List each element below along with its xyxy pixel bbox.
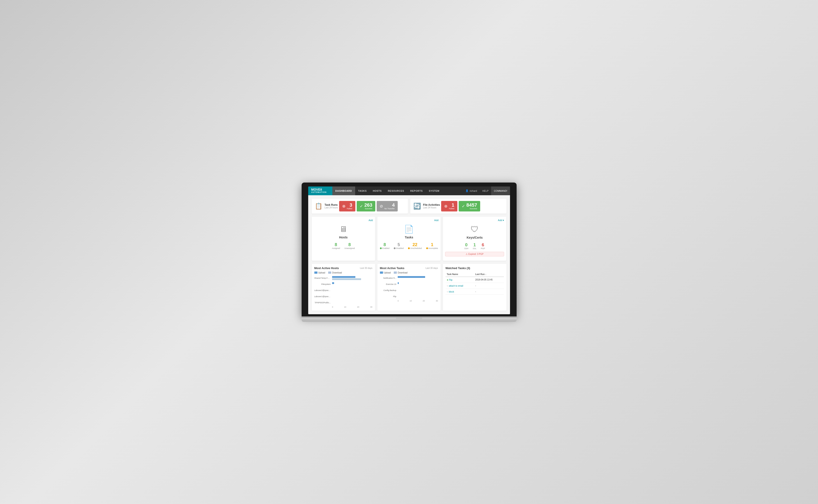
watched-task-cell: ● Flip xyxy=(445,277,474,283)
screen-inner: MOVEit AUTOMATION DASHBOARD TASKS HOSTS … xyxy=(308,186,510,314)
laptop-screen: MOVEit AUTOMATION DASHBOARD TASKS HOSTS … xyxy=(302,183,517,316)
tasks-x-axis: 0 10 20 30 xyxy=(380,300,438,302)
pgp-stat: 6 PGP xyxy=(481,242,485,250)
keys-title: Keys/Certs xyxy=(467,236,483,239)
username: richard xyxy=(470,190,477,192)
bar-row: Flip xyxy=(380,295,438,298)
col-task-name[interactable]: Task Name xyxy=(445,272,474,277)
success-icon: ✓ xyxy=(360,204,363,209)
nav-resources[interactable]: RESOURCES xyxy=(385,186,407,195)
tasks-disabled-lbl: Disabled xyxy=(394,247,404,249)
task-runs-success[interactable]: ✓ 263 Success xyxy=(357,201,376,211)
tasks-widget-body: 📄 Tasks 8 Enabled 5 Disabled xyxy=(380,222,438,252)
tasks-upload-legend-label: Upload xyxy=(384,272,391,274)
task-name-attach[interactable]: attach to email xyxy=(449,285,463,287)
bar-bars xyxy=(332,276,373,280)
upload-bar xyxy=(398,282,399,284)
bar-row: Exercise 10 xyxy=(380,282,438,286)
bar-label: Labuser1@ipswit... xyxy=(314,295,331,298)
nav-right: 👤 richard HELP COMMAND! xyxy=(463,186,510,195)
task-name-flip[interactable]: Flip xyxy=(449,279,453,281)
tasks-incomplete-lbl: Incomplete xyxy=(426,247,438,249)
file-activities-group: 🔄 File Activities Last 24 hours ⊗ 1 Fail… xyxy=(410,199,506,214)
bar-row: Shared Temp Fol... xyxy=(314,276,373,280)
nav-reports[interactable]: REPORTS xyxy=(407,186,426,195)
task-name-block[interactable]: block xyxy=(449,291,454,293)
tasks-enabled-lbl: Enabled xyxy=(380,247,389,249)
task-status-icon: ○ xyxy=(447,290,448,293)
bar-label: Shared Temp Fol... xyxy=(314,277,331,279)
task-runs-label: Task Runs Last 24 hours xyxy=(325,203,338,209)
keys-widget-header: Add ▾ xyxy=(445,219,504,222)
bar-label: Flip xyxy=(380,295,396,298)
tasks-icon: 📄 xyxy=(404,225,414,234)
tasks-unscheduled: 22 Unscheduled xyxy=(408,242,422,249)
bar-label: Config Backup xyxy=(380,289,396,291)
hosts-widget-header: Add xyxy=(314,219,373,222)
file-success-label: Success xyxy=(466,208,477,210)
ssh-stat: 0 SSH xyxy=(464,242,469,250)
ssh-lbl: SSH xyxy=(464,247,469,250)
notransfer-label: No Transfer xyxy=(384,208,395,210)
logo-automation: AUTOMATION xyxy=(311,191,327,193)
tasks-chart-legend: Upload Download xyxy=(380,272,438,274)
nav-system[interactable]: SYSTEM xyxy=(426,186,442,195)
success-count: 263 xyxy=(364,203,373,208)
ssh-val: 0 xyxy=(464,242,469,247)
notransfer-count: 4 xyxy=(384,203,395,208)
hosts-icon: 🖥 xyxy=(339,225,347,234)
user-icon: 👤 xyxy=(465,189,469,192)
tasks-title: Tasks xyxy=(405,236,413,239)
col-last-run[interactable]: Last Run ↓ xyxy=(474,272,504,277)
watched-tasks-widget: Watched Tasks (3) Task Name Last Run ↓ xyxy=(443,264,506,311)
widget-row: Add 🖥 Hosts 8 Assigned 8 xyxy=(312,217,506,261)
tasks-chart-header: Most Active Tasks Last 30 days xyxy=(380,266,438,270)
file-activities-label: File Activities Last 24 hours xyxy=(423,203,440,209)
nav-help[interactable]: HELP xyxy=(480,186,491,195)
nav-command[interactable]: COMMAND! xyxy=(491,186,510,195)
bar-row: Filesystem xyxy=(314,282,373,286)
upload-bar xyxy=(332,276,356,278)
hosts-chart-header: Most Active Hosts Last 30 days xyxy=(314,266,373,270)
tasks-enabled-val: 8 xyxy=(380,242,389,247)
task-runs-icon: 📋 xyxy=(315,202,323,210)
nav-user[interactable]: 👤 richard xyxy=(463,189,480,192)
nav-tasks[interactable]: TASKS xyxy=(355,186,370,195)
nav-logo: MOVEit AUTOMATION xyxy=(308,186,332,195)
task-runs-notransfer[interactable]: ⊘ 4 No Transfer xyxy=(377,201,398,211)
tasks-chart-title: Most Active Tasks xyxy=(380,266,405,270)
tasks-disabled: 5 Disabled xyxy=(394,242,404,249)
tasks-bar-rows: Notification fr... Exercise 10 xyxy=(380,276,438,298)
nav-bar: MOVEit AUTOMATION DASHBOARD TASKS HOSTS … xyxy=(308,186,510,195)
tasks-widget: Add 📄 Tasks 8 Enabled 5 xyxy=(377,217,441,261)
watched-row: ○ block - xyxy=(445,289,504,295)
bar-label: Labuser2@ipswit... xyxy=(314,289,331,291)
expired-badge: ⚠ Expired: 3 PGP xyxy=(445,252,504,256)
task-runs-failed[interactable]: ⊗ 3 Failed xyxy=(339,201,355,211)
hosts-add-button[interactable]: Add xyxy=(369,219,373,222)
laptop-wrapper: MOVEit AUTOMATION DASHBOARD TASKS HOSTS … xyxy=(302,183,517,322)
hosts-assigned: 8 Assigned xyxy=(332,242,340,249)
task-status-icon: ● xyxy=(447,278,448,281)
keys-add-button[interactable]: Add ▾ xyxy=(498,219,504,222)
nav-dashboard[interactable]: DASHBOARD xyxy=(332,186,355,195)
file-failed-count: 1 xyxy=(449,203,454,208)
bar-row: Labuser1@ipswit... xyxy=(314,295,373,298)
laptop-hinge xyxy=(302,316,517,318)
hosts-x-axis: 0 10 20 30 xyxy=(314,306,373,308)
download-bar xyxy=(332,278,361,280)
ssl-lbl: SSL xyxy=(473,247,476,250)
tasks-add-button[interactable]: Add xyxy=(434,219,439,222)
tasks-disabled-val: 5 xyxy=(394,242,404,247)
file-success-count: 8457 xyxy=(466,203,477,208)
hosts-chart-legend: Upload Download xyxy=(314,272,373,274)
file-failed[interactable]: ⊗ 1 Failed xyxy=(441,201,457,211)
tasks-unscheduled-val: 22 xyxy=(408,242,422,247)
bar-bars xyxy=(398,282,438,286)
nav-hosts[interactable]: HOSTS xyxy=(370,186,385,195)
tasks-download-legend-label: Download xyxy=(398,272,407,274)
tasks-incomplete: 1 Incomplete xyxy=(426,242,438,249)
bar-label: Filesystem xyxy=(314,283,331,285)
file-success[interactable]: ✓ 8457 Success xyxy=(459,201,480,211)
hosts-chart-widget: Most Active Hosts Last 30 days Upload Do… xyxy=(312,264,375,311)
